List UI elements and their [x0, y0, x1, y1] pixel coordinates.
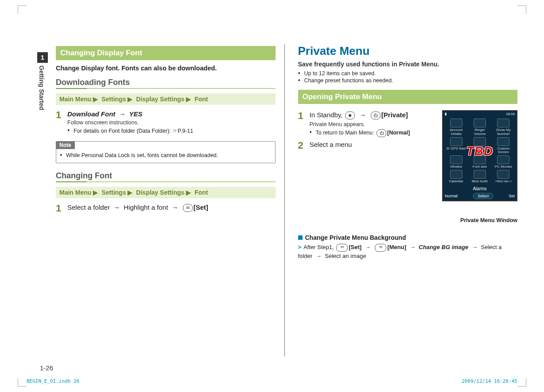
grid-cell: Vibrator — [445, 155, 467, 169]
page-subtitle: Save frequently used functions in Privat… — [298, 61, 518, 68]
subsection-title: Downloading Fonts — [56, 78, 276, 87]
grid-cell: PC Movies — [492, 155, 515, 169]
step-number: 1 — [298, 111, 310, 121]
softkey-bar: Normal Select Set — [443, 192, 517, 200]
subsection-title: Changing Font — [56, 171, 276, 181]
crop-mark — [517, 5, 526, 14]
phone-screenshot: ▮ 10:10 Account Details Ringer Volume Sh… — [442, 110, 517, 201]
clock: 10:10 — [506, 112, 515, 116]
grid-cell: Custom Screen — [492, 137, 515, 155]
key-label: [Menu] — [387, 244, 406, 250]
step: 1 Download Font → YES Follow onscreen in… — [56, 110, 276, 135]
arrow-icon: → — [113, 204, 120, 211]
grid-cell: Account Details — [445, 119, 467, 136]
arrow-icon: → — [316, 252, 322, 261]
imprint-left: BEGIN_E_OI.indb 26 — [27, 378, 79, 384]
y-key-icon — [336, 244, 348, 252]
step-text: In Standby, — [310, 111, 343, 119]
step: 1 In Standby, → [Private] Private Menu a… — [298, 111, 439, 138]
step-bullets: For details on Font folder (Data Folder)… — [67, 127, 276, 134]
menu-path: Main Menu▶ Settings▶ Display Settings▶ F… — [56, 187, 276, 198]
antenna-icon: ▮ — [445, 112, 447, 116]
step-text: Highlight a font — [124, 204, 168, 211]
arrow-icon: → — [360, 111, 366, 119]
crop-mark — [517, 378, 526, 387]
step: 1 Select a folder → Highlight a font → [… — [56, 204, 276, 213]
bullet-item: Change preset functions as needed. — [298, 77, 518, 84]
grid-cell: Ringer Volume — [468, 119, 491, 136]
grid-cell: Show My Number — [492, 119, 515, 136]
tv-key-icon — [371, 111, 381, 119]
y-key-icon — [375, 244, 386, 252]
page-number: 1-26 — [40, 364, 53, 372]
step-title: Download Font → YES — [67, 110, 276, 118]
subsection-rule — [56, 88, 276, 89]
mail-key-icon — [183, 204, 193, 212]
step-title-b: YES — [129, 110, 142, 118]
step-body-text: Follow onscreen instructions. — [67, 119, 276, 126]
lead-text: Change Display font. Fonts can also be d… — [56, 65, 276, 72]
page-title: Private Menu — [298, 44, 518, 58]
subsection-rule — [56, 181, 276, 182]
grid-cell: <Not rec.> — [492, 170, 515, 184]
change-bg-title-text: Change Private Menu Background — [305, 234, 406, 241]
path-part: Display Settings — [136, 96, 184, 103]
center-key-icon — [345, 111, 355, 119]
key-label: [Set] — [349, 244, 361, 250]
path-part: Settings — [101, 96, 126, 103]
note-box: Note While Personal Data Lock is set, fo… — [56, 141, 276, 163]
tv-key-icon — [377, 129, 386, 137]
grid-cell: S! GPS Navi — [445, 137, 467, 155]
arrow-icon: → — [119, 110, 125, 118]
bullet-item: For details on Font folder (Data Folder)… — [67, 127, 276, 134]
bullet-item: To return to Main Menu: [Normal] — [310, 129, 439, 137]
step: 2 Select a menu — [298, 141, 439, 150]
key-label: [Private] — [381, 111, 408, 119]
arrow-icon: → — [472, 243, 478, 252]
menu-path: Main Menu▶ Settings▶ Display Settings▶ F… — [56, 93, 276, 105]
center-softkey: Select — [473, 193, 493, 199]
tbd-overlay: TBD — [466, 144, 493, 158]
key-label: [Normal] — [387, 130, 410, 136]
crop-mark — [18, 378, 27, 387]
step-body-text: Private Menu appears. — [310, 121, 439, 127]
bullet-text: To return to Main Menu: — [316, 130, 374, 136]
imprint-right: 2009/12/14 16:26:45 — [462, 378, 517, 384]
path-part: Main Menu — [59, 96, 91, 103]
right-softkey: Set — [509, 194, 515, 198]
step-number: 1 — [56, 204, 67, 213]
grid-cell: Calendar — [445, 170, 467, 184]
path-part: Font — [194, 96, 208, 103]
arrow-icon: → — [171, 204, 178, 211]
grid-cell: Blue tooth — [468, 170, 491, 184]
key-label: [Set] — [194, 204, 208, 211]
left-column: Changing Display Font Change Display fon… — [40, 44, 284, 357]
bullet-item: Up to 12 items can be saved. — [298, 70, 518, 77]
right-column: Private Menu Save frequently used functi… — [284, 44, 518, 357]
intro-bullets: Up to 12 items can be saved. Change pres… — [298, 70, 518, 84]
path-part: Main Menu — [59, 189, 91, 196]
section-banner: Changing Display Font — [56, 46, 276, 60]
step-bullets: To return to Main Menu: [Normal] — [310, 129, 439, 137]
path-part: Display Settings — [136, 189, 184, 196]
screenshot-caption: Private Menu Window — [460, 217, 517, 223]
step-text: Select a folder — [67, 204, 110, 211]
page-body: 1 Getting Started Changing Display Font … — [40, 44, 517, 357]
arrow-icon: → — [365, 243, 371, 252]
change-bg-body: > After Step1, [Set] → [Menu] → Change B… — [298, 243, 518, 260]
path-part: Settings — [101, 189, 126, 196]
path-part: Font — [194, 189, 208, 196]
crop-mark — [18, 5, 27, 14]
left-softkey: Normal — [445, 194, 458, 198]
change-bg-title: Change Private Menu Background — [298, 234, 518, 241]
step-number: 2 — [298, 141, 310, 150]
arrow-prefix: > — [298, 244, 302, 250]
arrow-icon: → — [410, 243, 416, 252]
note-bullet: While Personal Data Lock is set, fonts c… — [60, 152, 272, 158]
text: Select an image — [325, 253, 366, 259]
note-tag: Note — [56, 141, 75, 149]
highlight-label: Alarms — [443, 185, 517, 192]
text: After Step1, — [303, 244, 334, 250]
step-number: 1 — [56, 110, 67, 120]
square-bullet-icon — [298, 235, 303, 240]
